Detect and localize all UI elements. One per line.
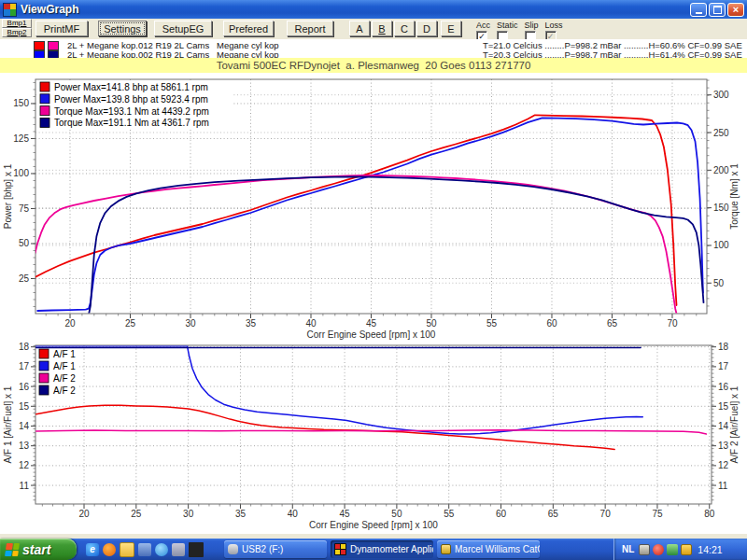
chart-legend: Power Max=141.8 bhp at 5861.1 rpmPower M… bbox=[37, 80, 232, 130]
x-tick-label: 30 bbox=[183, 509, 194, 519]
taskbar-button-catcam-label: Marcel Williams CatCa... bbox=[455, 544, 540, 554]
restore-button[interactable] bbox=[709, 3, 726, 17]
x-axis-title: Corr Engine Speed [rpm] x 100 bbox=[307, 329, 436, 340]
graph-c-button[interactable]: C bbox=[394, 21, 415, 36]
y-left-tick-label: 13 bbox=[19, 441, 30, 451]
toolbar: Bmp1 Bmp2 PrintMF Settings SetupEG Prefe… bbox=[0, 19, 747, 39]
ie-icon[interactable]: e bbox=[86, 543, 99, 556]
printer-icon[interactable] bbox=[639, 544, 650, 555]
minimize-button[interactable] bbox=[690, 3, 707, 17]
media-player-icon[interactable] bbox=[172, 543, 185, 556]
legend-swatch bbox=[40, 118, 49, 127]
legend-swatch bbox=[40, 106, 49, 116]
taskbar: start e USB2 (F:) Dynamometer Applica...… bbox=[0, 539, 747, 560]
graph-a-button[interactable]: A bbox=[349, 21, 370, 36]
x-tick-label: 20 bbox=[78, 509, 90, 519]
y-right-tick-label: 17 bbox=[718, 361, 729, 371]
legend-label: A/F 2 bbox=[53, 373, 76, 384]
y-right-tick-label: 14 bbox=[718, 421, 729, 431]
dynamometer-app-icon bbox=[334, 543, 346, 555]
y-right-tick-label: 200 bbox=[713, 165, 729, 175]
x-tick-label: 45 bbox=[366, 318, 377, 329]
y-left-axis-title: Power [bhp] x 1 bbox=[3, 163, 13, 229]
report-button[interactable]: Report bbox=[287, 21, 333, 36]
graph-b-button[interactable]: B bbox=[372, 21, 392, 36]
minimize-icon bbox=[696, 12, 702, 14]
legend-label: Power Max=139.8 bhp at 5923.4 rpm bbox=[54, 94, 208, 105]
legend-swatch bbox=[39, 373, 49, 383]
taskbar-button-dynamometer-label: Dynamometer Applica... bbox=[350, 544, 433, 554]
y-right-axis-title: Torque [Nm] x 1 bbox=[729, 163, 740, 230]
y-left-tick-label: 15 bbox=[19, 401, 30, 412]
x-tick-label: 40 bbox=[288, 509, 299, 519]
y-left-tick-label: 14 bbox=[19, 421, 30, 431]
y-left-tick-label: 75 bbox=[19, 203, 30, 214]
lock-icon[interactable] bbox=[681, 544, 692, 555]
display-icon[interactable] bbox=[667, 544, 678, 555]
system-tray: NL 14:21 bbox=[613, 539, 747, 560]
x-tick-label: 55 bbox=[444, 509, 455, 519]
legend-swatch bbox=[39, 385, 49, 395]
legend-swatch bbox=[39, 349, 49, 358]
y-left-tick-label: 50 bbox=[19, 238, 30, 248]
x-tick-label: 70 bbox=[600, 509, 612, 519]
y-left-axis-title: A/F 1 [Air/Fuel] x 1 bbox=[3, 385, 13, 463]
x-tick-label: 80 bbox=[704, 509, 715, 519]
legend-label: Torque Max=193.1 Nm at 4439.2 rpm bbox=[54, 106, 209, 117]
static-label: Static bbox=[497, 21, 518, 30]
legend-label: A/F 1 bbox=[53, 361, 76, 371]
folder-icon[interactable] bbox=[120, 542, 134, 557]
language-indicator[interactable]: NL bbox=[622, 544, 634, 554]
y-right-tick-label: 300 bbox=[713, 90, 729, 100]
titlebar: ViewGraph × bbox=[0, 0, 747, 19]
setupeg-button[interactable]: SetupEG bbox=[154, 21, 212, 36]
taskbar-button-dynamometer[interactable]: Dynamometer Applica... bbox=[331, 540, 433, 558]
bmp2-button[interactable]: Bmp2 bbox=[2, 28, 32, 37]
close-button[interactable]: × bbox=[727, 3, 744, 17]
x-tick-label: 25 bbox=[131, 509, 142, 519]
printmf-button[interactable]: PrintMF bbox=[35, 21, 88, 36]
graph-e-button[interactable]: E bbox=[441, 21, 461, 36]
y-left-tick-label: 17 bbox=[19, 361, 30, 371]
y-left-tick-label: 100 bbox=[13, 168, 29, 178]
y-right-tick-label: 250 bbox=[713, 128, 729, 138]
power-torque-chart: 2025303540455055606570255075100125150501… bbox=[0, 73, 747, 342]
viewgraph-app-icon bbox=[3, 3, 17, 17]
legend-swatch bbox=[40, 82, 49, 91]
x-tick-label: 35 bbox=[235, 509, 247, 519]
bmp1-button[interactable]: Bmp1 bbox=[2, 19, 32, 28]
y-right-tick-label: 18 bbox=[718, 342, 729, 352]
y-left-tick-label: 16 bbox=[19, 382, 30, 392]
taskbar-button-usb[interactable]: USB2 (F:) bbox=[224, 540, 327, 558]
mail-icon[interactable] bbox=[138, 543, 151, 556]
start-button[interactable]: start bbox=[0, 539, 77, 560]
x-tick-label: 70 bbox=[667, 318, 678, 329]
x-tick-label: 55 bbox=[486, 318, 498, 329]
y-right-tick-label: 15 bbox=[718, 401, 729, 412]
dyno-app-icon[interactable] bbox=[189, 542, 204, 557]
y-right-tick-label: 150 bbox=[713, 203, 729, 213]
firefox-icon[interactable] bbox=[103, 543, 116, 556]
afr-chart: 2025303540455055606570758011121314151617… bbox=[0, 342, 747, 534]
restore-icon bbox=[713, 6, 722, 14]
y-right-tick-label: 16 bbox=[718, 382, 729, 392]
catcam-doc-icon bbox=[441, 544, 451, 554]
graph-d-button[interactable]: D bbox=[416, 21, 437, 36]
x-tick-label: 50 bbox=[426, 318, 437, 329]
prefered-button[interactable]: Prefered bbox=[223, 21, 274, 36]
run-row-1: 2L + Megane kop.012 R19 2L Cams Megane c… bbox=[0, 41, 747, 49]
desktop: ViewGraph × Bmp1 Bmp2 PrintMF Settings S… bbox=[0, 0, 747, 560]
legend-label: Power Max=141.8 bhp at 5861.1 rpm bbox=[54, 82, 208, 92]
alert-icon[interactable] bbox=[653, 544, 664, 555]
y-left-tick-label: 150 bbox=[13, 98, 29, 108]
taskbar-button-catcam[interactable]: Marcel Williams CatCa... bbox=[437, 540, 540, 558]
window-controls: × bbox=[690, 3, 747, 17]
windows-flag-icon bbox=[5, 543, 20, 556]
x-tick-label: 35 bbox=[246, 318, 257, 329]
y-left-tick-label: 11 bbox=[20, 481, 30, 491]
messenger-icon[interactable] bbox=[155, 543, 168, 556]
window-title: ViewGraph bbox=[21, 3, 78, 16]
taskbar-clock: 14:21 bbox=[698, 544, 722, 555]
settings-button[interactable]: Settings bbox=[98, 21, 147, 36]
y-right-tick-label: 100 bbox=[713, 240, 729, 250]
